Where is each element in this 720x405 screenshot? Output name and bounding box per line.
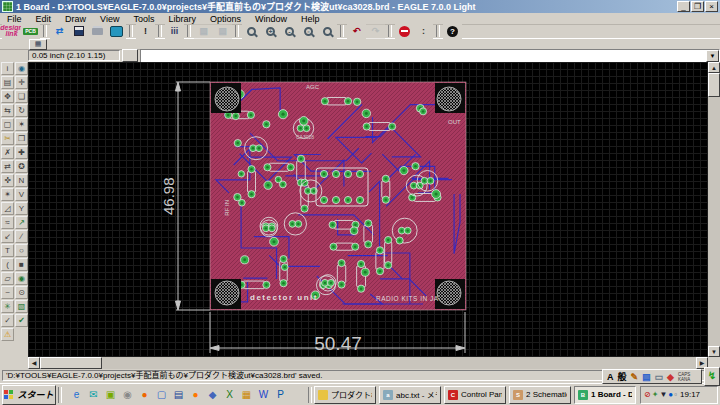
task-notepad[interactable]: aabc.txt - メモ帳: [379, 386, 441, 404]
tool-ratsnest[interactable]: ✳: [1, 300, 14, 313]
menu-help[interactable]: Help: [294, 14, 327, 24]
ql-word-icon[interactable]: W: [255, 387, 272, 402]
tool-rotate[interactable]: ↻: [15, 104, 28, 117]
run-ulp-button[interactable]: iii: [165, 24, 184, 39]
ime-input-mode[interactable]: A: [607, 371, 614, 383]
scroll-up-icon[interactable]: ▲: [708, 62, 720, 73]
zoom-select-button[interactable]: ▫: [299, 24, 318, 39]
menu-file[interactable]: File: [0, 14, 29, 24]
tool-paste[interactable]: ❒: [15, 132, 28, 145]
vertical-scroll-thumb[interactable]: [708, 73, 720, 97]
ql-ie-icon[interactable]: e: [68, 387, 85, 402]
drawing-canvas[interactable]: 46.98 50.47 detector unit RADIO KITS IN …: [28, 62, 708, 357]
tool-change[interactable]: ✶: [15, 118, 28, 131]
tool-drc[interactable]: ✔: [15, 314, 28, 327]
cam-processor-button[interactable]: [107, 24, 126, 39]
menu-edit[interactable]: Edit: [29, 14, 59, 24]
run-script-button[interactable]: !: [136, 24, 155, 39]
tool-auto[interactable]: ▧: [15, 300, 28, 313]
tool-delete[interactable]: ✗: [1, 146, 14, 159]
ime-pen-icon[interactable]: ✎: [631, 371, 639, 383]
tool-ripup[interactable]: ↙: [1, 230, 14, 243]
ime-keyboard-icon[interactable]: ▭: [655, 371, 664, 383]
ql-mail-icon[interactable]: ✉: [85, 387, 102, 402]
tool-show[interactable]: ◉: [15, 62, 28, 75]
minimize-button[interactable]: _: [677, 1, 690, 12]
designlink-logo[interactable]: design link: [2, 24, 21, 39]
maximize-button[interactable]: ❐: [691, 1, 704, 12]
tool-signal[interactable]: ~: [1, 286, 14, 299]
horizontal-scrollbar[interactable]: ◀ ▶: [28, 357, 708, 369]
start-button[interactable]: スタート: [2, 385, 56, 405]
zoom-in-button[interactable]: +: [261, 24, 280, 39]
tool-add[interactable]: ✚: [15, 146, 28, 159]
ql-computer-icon[interactable]: ▤: [170, 387, 187, 402]
help-button[interactable]: ?: [443, 24, 462, 39]
tool-miter[interactable]: ◿: [1, 202, 14, 215]
tool-optimize[interactable]: ≈: [1, 216, 14, 229]
ql-media-icon[interactable]: ◆: [204, 387, 221, 402]
title-bar[interactable]: 1 Board - D:¥TOOLS¥EAGLE-7.0.0¥projects¥…: [0, 0, 720, 13]
task-folder[interactable]: プロダクト検波ut: [314, 386, 376, 404]
tool-via[interactable]: ◉: [15, 272, 28, 285]
tool-cut[interactable]: ✂: [1, 132, 14, 145]
tool-group[interactable]: ▢: [1, 118, 14, 131]
menu-options[interactable]: Options: [203, 14, 248, 24]
tool-copy[interactable]: ❏: [15, 90, 28, 103]
ql-firefox-icon[interactable]: ●: [187, 387, 204, 402]
tool-wire[interactable]: ∕: [15, 230, 28, 243]
command-input[interactable]: [141, 50, 706, 62]
close-button[interactable]: ×: [705, 1, 718, 12]
tool-rect[interactable]: ■: [15, 258, 28, 271]
tool-mark[interactable]: ✛: [15, 76, 28, 89]
tool-info[interactable]: i: [1, 62, 14, 75]
tool-lock[interactable]: ✜: [1, 174, 14, 187]
menu-library[interactable]: Library: [161, 14, 203, 24]
tool-display[interactable]: ▤: [1, 76, 14, 89]
horizontal-scroll-thumb[interactable]: [40, 357, 102, 369]
ime-pad-icon[interactable]: ▤: [642, 371, 651, 383]
tool-text[interactable]: T: [1, 244, 14, 257]
save-button[interactable]: [69, 24, 88, 39]
tool-mirror[interactable]: ⇆: [1, 104, 14, 117]
ql-powerpoint-icon[interactable]: P: [272, 387, 289, 402]
switch-board-schematic[interactable]: ⇄: [50, 24, 69, 39]
tray-network-icon[interactable]: ●: [668, 390, 673, 399]
menu-window[interactable]: Window: [248, 14, 294, 24]
stop-button[interactable]: [395, 24, 414, 39]
menu-draw[interactable]: Draw: [58, 14, 93, 24]
ql-cd-icon[interactable]: ◉: [119, 387, 136, 402]
ime-bolt-icon[interactable]: ↯: [704, 367, 720, 386]
tool-move[interactable]: ✥: [1, 90, 14, 103]
tool-circle[interactable]: ○: [15, 244, 28, 257]
tool-hole[interactable]: ⊙: [15, 286, 28, 299]
scroll-left-icon[interactable]: ◀: [28, 357, 40, 369]
zoom-fit-button[interactable]: [242, 24, 261, 39]
zoom-redraw-button[interactable]: [318, 24, 337, 39]
tool-replace[interactable]: ✪: [15, 160, 28, 173]
tool-smash[interactable]: ✴: [1, 188, 14, 201]
tool-split[interactable]: Y: [15, 202, 28, 215]
tool-polygon[interactable]: ▱: [1, 272, 14, 285]
pcbparts-logo[interactable]: PCB: [21, 24, 40, 39]
task-control-panel[interactable]: CControl Panel - ...: [444, 386, 506, 404]
tool-arc[interactable]: (: [1, 258, 14, 271]
zoom-out-button[interactable]: -: [280, 24, 299, 39]
ql-pictures-icon[interactable]: ▣: [102, 387, 119, 402]
tool-errors[interactable]: ⚠: [1, 328, 14, 341]
task-board[interactable]: B1 Board - D:¥...: [574, 386, 636, 404]
tray-mute-icon[interactable]: ⊘: [644, 390, 651, 399]
undo-button[interactable]: ↶: [347, 24, 366, 39]
ql-show-desktop-icon[interactable]: ▢: [153, 387, 170, 402]
vertical-scrollbar[interactable]: ▲ ▼: [708, 62, 720, 357]
tool-pinswap[interactable]: ⇄: [1, 160, 14, 173]
tool-route[interactable]: ↗: [15, 216, 28, 229]
print-button[interactable]: [88, 24, 107, 39]
task-schematic[interactable]: S2 Schematic - D...: [509, 386, 571, 404]
menu-view[interactable]: View: [93, 14, 126, 24]
tray-antivirus-icon[interactable]: ✦: [652, 390, 659, 399]
coordinate-mode-button[interactable]: [122, 49, 138, 62]
ql-opera-icon[interactable]: ●: [136, 387, 153, 402]
ime-language-bar[interactable]: A般✎▤▭◆CAPSKANA: [602, 369, 702, 384]
ql-viewer-icon[interactable]: ▦: [238, 387, 255, 402]
